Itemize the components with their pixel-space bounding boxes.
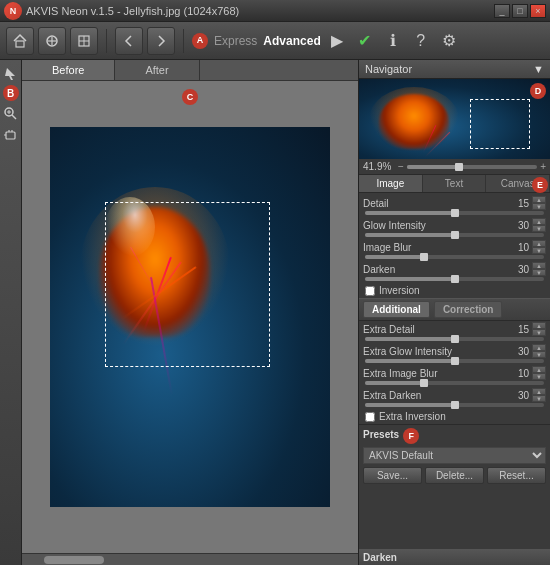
badge-d: D — [530, 83, 546, 99]
mode-advanced-label[interactable]: Advanced — [263, 34, 320, 48]
extra-inversion-checkbox[interactable] — [365, 412, 375, 422]
blur-thumb[interactable] — [420, 253, 428, 261]
correction-tab[interactable]: Correction — [434, 301, 503, 318]
close-button[interactable]: × — [530, 4, 546, 18]
additional-tabs: Additional Correction — [363, 301, 502, 318]
delete-preset-button[interactable]: Delete... — [425, 467, 484, 484]
extra-blur-thumb[interactable] — [420, 379, 428, 387]
toolbar-separator-1 — [106, 29, 107, 53]
blur-down[interactable]: ▼ — [532, 247, 546, 254]
params-section: Detail 15 ▲ ▼ Glow Intensity 30 ▲ — [359, 193, 550, 549]
image-tab[interactable]: Image — [359, 175, 423, 192]
presets-dropdown[interactable]: AKVIS Default — [363, 447, 546, 464]
extra-detail-down[interactable]: ▼ — [532, 329, 546, 336]
image-tabs-container: Image Text Canvas E — [359, 175, 550, 193]
glow-up[interactable]: ▲ — [532, 218, 546, 225]
zoom-minus[interactable]: − — [398, 161, 404, 172]
presets-header-row: Presets F — [363, 428, 546, 444]
extra-darken-up[interactable]: ▲ — [532, 388, 546, 395]
detail-slider[interactable] — [365, 211, 544, 215]
extra-blur-label: Extra Image Blur — [363, 368, 502, 379]
glow-thumb[interactable] — [451, 231, 459, 239]
extra-darken-spinner[interactable]: ▲ ▼ — [532, 388, 546, 402]
canvas-area: Before After C — [22, 60, 358, 565]
presets-title: Presets — [363, 429, 399, 440]
darken-down[interactable]: ▼ — [532, 269, 546, 276]
back-button[interactable] — [115, 27, 143, 55]
before-tab[interactable]: Before — [22, 60, 115, 80]
window-title: AKVIS Neon v.1.5 - Jellyfish.jpg (1024x7… — [26, 5, 239, 17]
text-tab[interactable]: Text — [423, 175, 487, 192]
additional-tab[interactable]: Additional — [363, 301, 430, 318]
tool-3[interactable] — [70, 27, 98, 55]
scrollbar-thumb[interactable] — [44, 556, 104, 564]
minimize-button[interactable]: _ — [494, 4, 510, 18]
glow-spinner[interactable]: ▲ ▼ — [532, 218, 546, 232]
nav-jelly — [379, 94, 449, 149]
apply-button[interactable]: ✔ — [353, 29, 377, 53]
help-button[interactable]: ? — [409, 29, 433, 53]
extra-blur-slider[interactable] — [365, 381, 544, 385]
tool-2[interactable] — [38, 27, 66, 55]
forward-button[interactable] — [147, 27, 175, 55]
detail-down[interactable]: ▼ — [532, 203, 546, 210]
mode-express-label[interactable]: Express — [214, 34, 257, 48]
glow-down[interactable]: ▼ — [532, 225, 546, 232]
window-controls[interactable]: _ □ × — [494, 4, 546, 18]
extra-detail-spinner[interactable]: ▲ ▼ — [532, 322, 546, 336]
glow-slider[interactable] — [365, 233, 544, 237]
tool-pointer[interactable] — [2, 64, 20, 82]
settings-button[interactable]: ⚙ — [437, 29, 461, 53]
after-tab[interactable]: After — [115, 60, 199, 80]
blur-slider[interactable] — [365, 255, 544, 259]
extra-darken-down[interactable]: ▼ — [532, 395, 546, 402]
navigator-dropdown-icon[interactable]: ▼ — [533, 63, 544, 75]
extra-darken-slider[interactable] — [365, 403, 544, 407]
extra-blur-row: Extra Image Blur 10 ▲ ▼ — [359, 365, 550, 381]
maximize-button[interactable]: □ — [512, 4, 528, 18]
darken-slider[interactable] — [365, 277, 544, 281]
play-button[interactable]: ▶ — [325, 29, 349, 53]
extra-blur-down[interactable]: ▼ — [532, 373, 546, 380]
badge-f: F — [403, 428, 419, 444]
extra-glow-slider[interactable] — [365, 359, 544, 363]
tool-zoom[interactable] — [2, 104, 20, 122]
darken-up[interactable]: ▲ — [532, 262, 546, 269]
blur-spinner[interactable]: ▲ ▼ — [532, 240, 546, 254]
blur-up[interactable]: ▲ — [532, 240, 546, 247]
darken-value: 30 — [505, 264, 529, 275]
extra-glow-thumb[interactable] — [451, 357, 459, 365]
extra-detail-slider[interactable] — [365, 337, 544, 341]
detail-spinner[interactable]: ▲ ▼ — [532, 196, 546, 210]
detail-label: Detail — [363, 198, 502, 209]
navigator-preview: D — [359, 79, 550, 159]
zoom-plus[interactable]: + — [540, 161, 546, 172]
detail-up[interactable]: ▲ — [532, 196, 546, 203]
extra-blur-up[interactable]: ▲ — [532, 366, 546, 373]
glow-fill — [365, 233, 455, 237]
extra-darken-value: 30 — [505, 390, 529, 401]
extra-darken-thumb[interactable] — [451, 401, 459, 409]
extra-blur-spinner[interactable]: ▲ ▼ — [532, 366, 546, 380]
extra-detail-thumb[interactable] — [451, 335, 459, 343]
extra-glow-spinner[interactable]: ▲ ▼ — [532, 344, 546, 358]
jelly-highlight — [105, 197, 155, 257]
extra-glow-up[interactable]: ▲ — [532, 344, 546, 351]
home-tool[interactable] — [6, 27, 34, 55]
darken-spinner[interactable]: ▲ ▼ — [532, 262, 546, 276]
info-button[interactable]: ℹ — [381, 29, 405, 53]
save-preset-button[interactable]: Save... — [363, 467, 422, 484]
extra-detail-up[interactable]: ▲ — [532, 322, 546, 329]
detail-thumb[interactable] — [451, 209, 459, 217]
extra-glow-value: 30 — [505, 346, 529, 357]
horizontal-scrollbar[interactable] — [22, 553, 358, 565]
inversion-checkbox[interactable] — [365, 286, 375, 296]
extra-glow-down[interactable]: ▼ — [532, 351, 546, 358]
tool-hand[interactable] — [2, 125, 20, 143]
bottom-section-label: Darken — [359, 549, 550, 565]
darken-thumb[interactable] — [451, 275, 459, 283]
zoom-slider[interactable] — [407, 165, 537, 169]
reset-preset-button[interactable]: Reset... — [487, 467, 546, 484]
canvas-image[interactable] — [50, 127, 330, 507]
darken-fill — [365, 277, 455, 281]
